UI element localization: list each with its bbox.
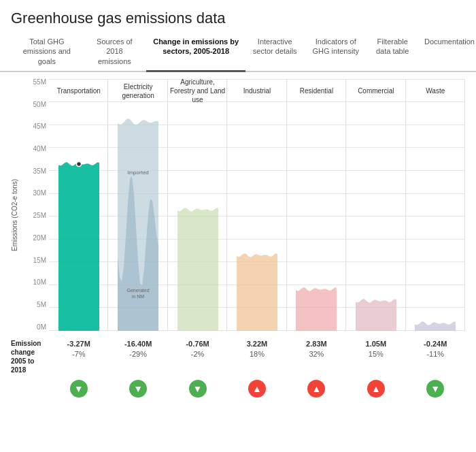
- bar-svg-agriculture: [177, 206, 218, 331]
- y-tick: 25M: [33, 212, 46, 219]
- tab-sources[interactable]: Sources of 2018 emissions: [83, 33, 146, 72]
- svg-text:Generated: Generated: [127, 288, 150, 293]
- stat-val-industrial: 3.22M: [247, 339, 268, 349]
- stats-label: Emission change 2005 to 2018: [11, 339, 49, 374]
- stat-col-industrial: 3.22M18%: [227, 339, 286, 374]
- tab-total[interactable]: Total GHG emissions and goals: [11, 33, 83, 72]
- bar-svg-waste: [415, 319, 456, 331]
- bar-area-agriculture: [168, 103, 227, 331]
- col-header-electricity: Electricity generation: [108, 79, 167, 103]
- stat-col-transportation: -3.27M-7%: [49, 339, 108, 374]
- y-axis-label: Emissions (CO2-e tons): [11, 79, 23, 331]
- column-commercial: Commercial: [346, 79, 405, 331]
- bar-svg-commercial: [356, 297, 396, 331]
- tab-filterable[interactable]: Filterable data table: [367, 33, 418, 72]
- column-agriculture: Agriculture, Forestry and Land use: [168, 79, 227, 331]
- arrow-col-commercial: ▲: [346, 380, 405, 398]
- y-tick: 55M: [33, 79, 46, 86]
- stat-val-transportation: -3.27M: [67, 339, 90, 349]
- arrow-up-commercial: ▲: [367, 380, 385, 398]
- stat-col-residential: 2.83M32%: [287, 339, 346, 374]
- chart-area: Emissions (CO2-e tons) 55M50M45M40M35M30…: [0, 72, 476, 331]
- arrow-down-agriculture: ▼: [189, 380, 207, 398]
- svg-text:in NM: in NM: [132, 294, 144, 299]
- col-divider: [464, 79, 465, 331]
- bar-svg-residential: [296, 285, 337, 331]
- stat-pct-residential: 32%: [309, 349, 324, 359]
- arrow-row: ▼▼▼▲▲▲▼: [0, 374, 476, 398]
- arrow-up-industrial: ▲: [248, 380, 266, 398]
- y-tick: 20M: [33, 235, 46, 242]
- stat-val-electricity: -16.40M: [124, 339, 152, 349]
- column-residential: Residential: [287, 79, 346, 331]
- tabs-nav: Total GHG emissions and goalsSources of …: [0, 33, 476, 72]
- arrow-down-waste: ▼: [426, 380, 444, 398]
- y-tick: 45M: [33, 123, 46, 130]
- y-tick: 35M: [33, 168, 46, 175]
- col-header-commercial: Commercial: [356, 79, 395, 103]
- svg-text:Imported: Imported: [127, 170, 149, 176]
- arrow-col-industrial: ▲: [227, 380, 286, 398]
- column-transportation: Transportation: [49, 79, 108, 331]
- column-electricity: Electricity generationImportedGeneratedi…: [108, 79, 167, 331]
- col-header-residential: Residential: [299, 79, 335, 103]
- chart-inner: 55M50M45M40M35M30M25M20M15M10M5M0M Trans…: [23, 79, 465, 331]
- tab-indicators[interactable]: Indicators of GHG intensity: [304, 33, 367, 72]
- stat-val-agriculture: -0.76M: [186, 339, 209, 349]
- arrow-col-electricity: ▼: [108, 380, 167, 398]
- stat-pct-industrial: 18%: [250, 349, 265, 359]
- page-title: Greenhouse gas emissions data: [0, 0, 476, 33]
- y-axis: 55M50M45M40M35M30M25M20M15M10M5M0M: [23, 79, 49, 331]
- y-tick: 10M: [33, 279, 46, 286]
- stat-val-commercial: 1.05M: [366, 339, 387, 349]
- y-tick: 15M: [33, 257, 46, 264]
- arrow-up-residential: ▲: [307, 380, 325, 398]
- bar-area-electricity: ImportedGeneratedin NM: [108, 103, 167, 331]
- bar-area-industrial: [227, 103, 286, 331]
- columns-wrapper: TransportationElectricity generationImpo…: [49, 79, 465, 331]
- stat-pct-commercial: 15%: [369, 349, 384, 359]
- y-tick: 30M: [33, 190, 46, 197]
- bar-svg-industrial: [237, 251, 277, 331]
- stats-columns: -3.27M-7%-16.40M-29%-0.76M-2%3.22M18%2.8…: [49, 339, 465, 374]
- bar-area-waste: [406, 103, 465, 331]
- bar-area-residential: [287, 103, 346, 331]
- bar-area-transportation: [49, 103, 108, 331]
- svg-point-0: [76, 161, 81, 166]
- stat-val-residential: 2.83M: [306, 339, 327, 349]
- tab-documentation[interactable]: Documentation: [418, 33, 465, 72]
- stat-pct-transportation: -7%: [72, 349, 86, 359]
- y-tick: 5M: [37, 302, 46, 308]
- arrow-col-agriculture: ▼: [168, 380, 227, 398]
- arrow-col-residential: ▲: [287, 380, 346, 398]
- stat-col-waste: -0.24M-11%: [406, 339, 465, 374]
- stat-val-waste: -0.24M: [424, 339, 447, 349]
- stat-col-commercial: 1.05M15%: [346, 339, 405, 374]
- col-header-agriculture: Agriculture, Forestry and Land use: [168, 79, 227, 103]
- col-header-transportation: Transportation: [56, 79, 102, 103]
- stat-pct-agriculture: -2%: [191, 349, 205, 359]
- col-header-industrial: Industrial: [242, 79, 273, 103]
- arrow-col-waste: ▼: [406, 380, 465, 398]
- arrow-col-transportation: ▼: [49, 380, 108, 398]
- y-tick: 50M: [33, 101, 46, 108]
- tab-change[interactable]: Change in emissions by sectors, 2005-201…: [146, 33, 245, 72]
- column-waste: Waste: [406, 79, 465, 331]
- stat-pct-waste: -11%: [426, 349, 444, 359]
- bar-svg-electricity: ImportedGeneratedin NM: [118, 115, 158, 331]
- stat-col-agriculture: -0.76M-2%: [168, 339, 227, 374]
- stats-area: Emission change 2005 to 2018 -3.27M-7%-1…: [0, 331, 476, 374]
- bar-svg-transportation: [58, 160, 99, 331]
- y-tick: 40M: [33, 146, 46, 152]
- column-industrial: Industrial: [227, 79, 286, 331]
- arrow-cols: ▼▼▼▲▲▲▼: [49, 380, 465, 398]
- stat-pct-electricity: -29%: [129, 349, 147, 359]
- col-header-waste: Waste: [424, 79, 446, 103]
- arrow-down-electricity: ▼: [129, 380, 147, 398]
- stat-col-electricity: -16.40M-29%: [108, 339, 167, 374]
- arrow-down-transportation: ▼: [70, 380, 88, 398]
- bar-area-commercial: [346, 103, 405, 331]
- tab-interactive[interactable]: Interactive sector details: [245, 33, 304, 72]
- y-tick: 0M: [37, 324, 46, 331]
- chart-columns: 55M50M45M40M35M30M25M20M15M10M5M0M Trans…: [23, 79, 465, 331]
